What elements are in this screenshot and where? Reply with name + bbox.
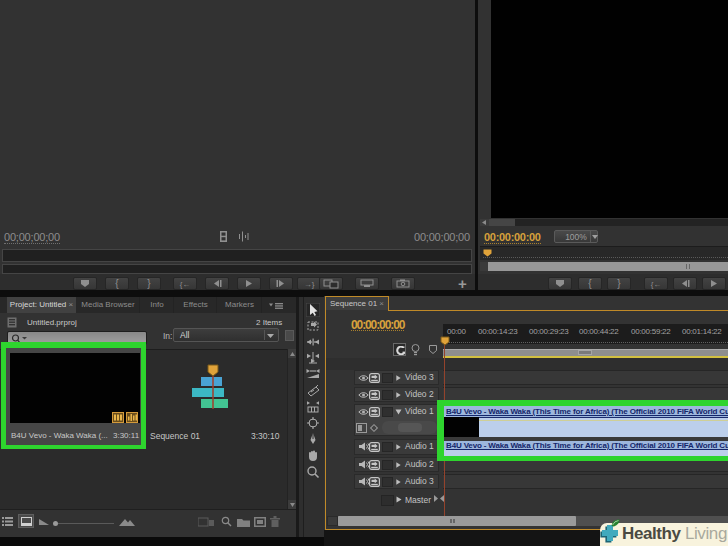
svg-text:{←: {← bbox=[180, 280, 191, 289]
svg-text:→}: →} bbox=[304, 280, 315, 289]
svg-text:}: } bbox=[617, 278, 621, 289]
svg-text:{←: {← bbox=[651, 280, 662, 289]
svg-text:{: { bbox=[588, 278, 592, 289]
svg-text:}: } bbox=[147, 278, 151, 289]
svg-text:{: { bbox=[115, 278, 119, 289]
